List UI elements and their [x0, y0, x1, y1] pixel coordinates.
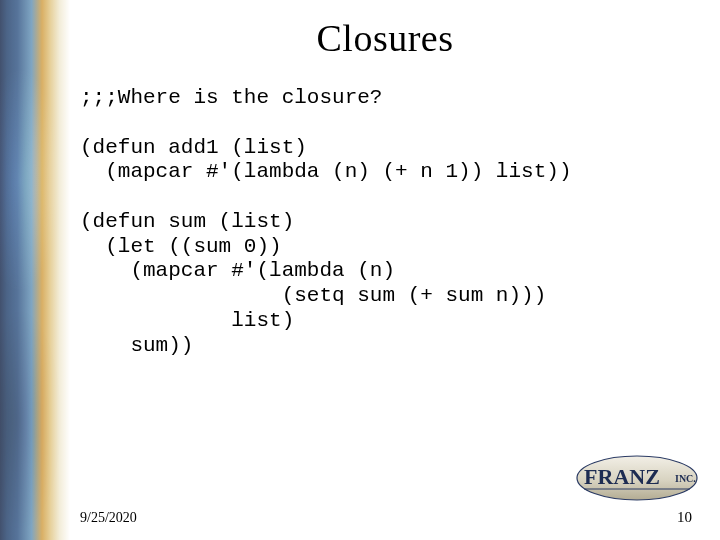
slide-body: Closures ;;;Where is the closure? (defun…	[0, 0, 720, 540]
logo-main-text: FRANZ	[584, 464, 660, 489]
logo-suffix-text: INC.	[675, 473, 696, 484]
franz-inc-logo: FRANZ INC.	[572, 448, 702, 506]
footer-date: 9/25/2020	[80, 510, 137, 526]
code-block: ;;;Where is the closure? (defun add1 (li…	[80, 86, 690, 358]
slide-title: Closures	[80, 16, 690, 60]
footer-page-number: 10	[677, 509, 692, 526]
